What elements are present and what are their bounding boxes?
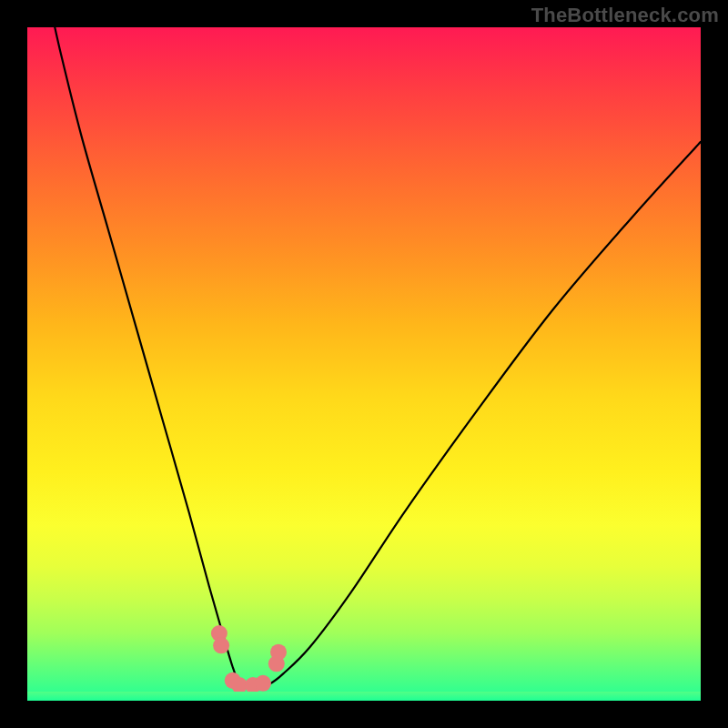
bottleneck-curve xyxy=(47,27,701,688)
watermark-text: TheBottleneck.com xyxy=(531,4,719,27)
chart-svg xyxy=(27,27,701,701)
chart-frame: TheBottleneck.com xyxy=(0,0,728,728)
plot-area xyxy=(27,27,701,701)
data-marker xyxy=(270,644,287,661)
data-marker xyxy=(255,675,271,692)
curve-group xyxy=(47,27,701,688)
green-baseline-bar xyxy=(27,692,701,701)
data-marker xyxy=(213,637,229,653)
marker-group xyxy=(211,625,287,693)
